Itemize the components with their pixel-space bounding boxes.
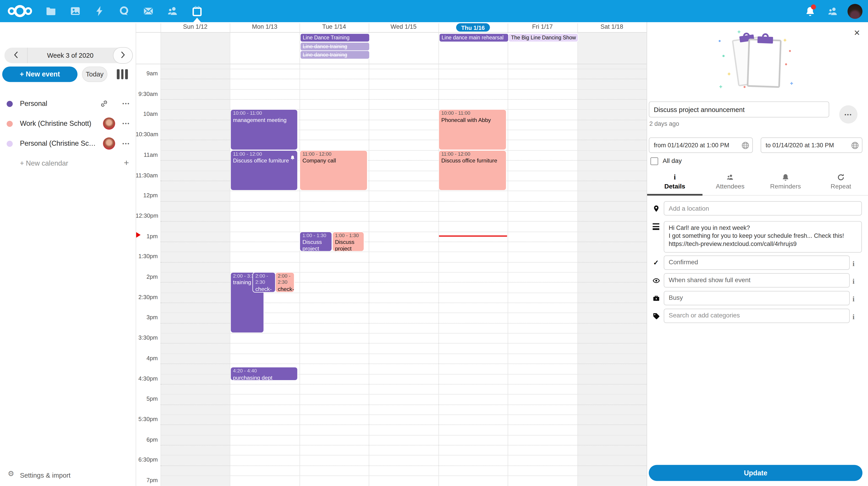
photos-app-icon[interactable]	[63, 0, 88, 22]
end-date-input[interactable]	[761, 137, 863, 153]
day-header[interactable]: Tue 1/14	[300, 23, 369, 32]
day-header[interactable]: Sun 1/12	[160, 23, 230, 32]
calendar-event[interactable]: 1:00 - 1:30Discuss project announcement	[300, 232, 332, 251]
new-calendar-button[interactable]: + New calendar+	[0, 153, 135, 173]
calendar-menu-icon[interactable]: •••	[122, 134, 130, 153]
info-icon[interactable]: i	[852, 294, 855, 304]
day-header[interactable]: Fri 1/17	[508, 23, 577, 32]
all-day-checkbox[interactable]	[651, 158, 658, 165]
settings-import[interactable]: ⚙ Settings & import	[0, 469, 135, 482]
contacts-menu-icon[interactable]	[825, 3, 840, 19]
calendar-event[interactable]: 2:00 - 2:30check-in	[276, 273, 294, 292]
files-app-icon[interactable]	[39, 0, 63, 22]
quarter-slot-line	[160, 79, 647, 79]
close-icon[interactable]: ✕	[852, 28, 862, 37]
day-header[interactable]: Sat 1/18	[577, 23, 647, 32]
column-divider	[369, 23, 369, 486]
week-label[interactable]: Week 3 of 2020	[28, 48, 113, 63]
share-link-icon[interactable]	[100, 100, 108, 108]
tab-label: Reminders	[758, 183, 813, 190]
slot-line	[160, 231, 647, 232]
user-avatar[interactable]	[847, 4, 862, 19]
event-title: Discuss project announcement	[303, 239, 329, 251]
update-button[interactable]: Update	[649, 465, 862, 481]
day-header[interactable]: Wed 1/15	[369, 23, 438, 32]
today-button[interactable]: Today	[82, 66, 107, 82]
calendar-app-icon[interactable]	[185, 0, 209, 22]
calendar-event[interactable]: 11:00 - 12:00Discuss office furniture	[231, 151, 298, 190]
mail-app-icon[interactable]	[136, 0, 160, 22]
calendar-event[interactable]: 10:00 - 11:00management meeting	[231, 110, 298, 149]
week-view-columns-icon[interactable]	[117, 69, 129, 79]
time-axis-label: 11:30am	[135, 172, 158, 178]
calendar-event[interactable]: 2:00 - 2:30check-in	[253, 273, 275, 292]
briefcase-icon	[652, 294, 660, 302]
calendar-list-item[interactable]: Personal (Christine Schott)•••	[0, 134, 135, 153]
previous-week-button[interactable]	[4, 48, 28, 63]
calendar-menu-icon[interactable]: •••	[122, 94, 130, 114]
calendar-event[interactable]: 4:20 - 4:40purchasing dept	[231, 367, 298, 380]
calendar-list-item[interactable]: Work (Christine Schott)•••	[0, 114, 135, 134]
next-week-button[interactable]	[113, 47, 133, 64]
talk-app-icon[interactable]	[112, 0, 136, 22]
timezone-globe-icon[interactable]	[741, 141, 749, 149]
tab-repeat[interactable]: Repeat	[813, 171, 868, 195]
quarter-slot-line	[160, 201, 647, 201]
column-divider	[438, 23, 439, 486]
calendar-event[interactable]: 11:00 - 12:00Company call	[300, 151, 367, 190]
day-header[interactable]: Mon 1/13	[230, 23, 299, 32]
timezone-globe-icon[interactable]	[851, 141, 859, 149]
notifications-bell-icon[interactable]	[802, 3, 818, 19]
tab-attendees[interactable]: Attendees	[703, 171, 758, 195]
description-textarea[interactable]: Hi Carl! are you in next week? I got som…	[664, 221, 862, 253]
location-input[interactable]	[664, 201, 862, 216]
today-pill[interactable]: Thu 1/16	[456, 23, 490, 32]
tag-select[interactable]: Search or add categories	[664, 309, 850, 323]
all-day-event[interactable]: Line dance main rehearsal	[439, 34, 508, 41]
calendar-event[interactable]: 1:00 - 1:30Discuss project	[333, 232, 364, 251]
start-date-input[interactable]	[649, 137, 753, 153]
all-day-event[interactable]: Line dance training	[301, 42, 369, 50]
day-header[interactable]: Thu 1/16	[438, 23, 508, 32]
event-title: Phonecall with Abby	[441, 117, 503, 123]
quarter-slot-line	[160, 241, 647, 242]
weekend-shading	[578, 32, 647, 486]
description-lines-icon	[652, 223, 660, 231]
check-icon: ✓	[652, 259, 660, 266]
event-title-input[interactable]	[649, 102, 829, 117]
contacts-app-icon[interactable]	[160, 0, 185, 22]
time-axis-label: 7pm	[135, 477, 158, 483]
all-day-event[interactable]: Line Dance Training	[301, 34, 369, 41]
slot-line	[160, 191, 647, 191]
calendar-list-item[interactable]: Personal•••	[0, 94, 135, 114]
info-icon: i	[647, 173, 703, 181]
info-icon[interactable]: i	[852, 258, 855, 268]
briefcase-select[interactable]: Busy	[664, 291, 850, 306]
event-time: 4:20 - 4:40	[233, 368, 295, 374]
event-title: management meeting	[233, 117, 295, 123]
quarter-slot-line	[160, 384, 647, 384]
shared-by-avatar	[103, 117, 115, 130]
info-icon[interactable]: i	[852, 311, 855, 321]
activity-app-icon[interactable]	[88, 0, 112, 22]
time-axis-label: 3pm	[135, 314, 158, 320]
event-title: purchasing dept	[233, 374, 295, 380]
tab-details[interactable]: iDetails	[647, 171, 703, 195]
all-day-event[interactable]: Line dance training	[301, 51, 369, 59]
eye-select[interactable]: When shared show full event	[664, 273, 850, 288]
new-event-button[interactable]: + New event	[2, 66, 78, 82]
quarter-slot-line	[160, 364, 647, 364]
tab-reminders[interactable]: Reminders	[758, 171, 813, 195]
slot-line	[160, 353, 647, 354]
info-icon[interactable]: i	[852, 276, 855, 286]
calendar-menu-icon[interactable]: •••	[122, 114, 130, 134]
check-select[interactable]: Confirmed	[664, 255, 850, 270]
all-day-event[interactable]: The Big Line Dancing Show	[509, 34, 578, 41]
clipboard-illustration	[714, 30, 802, 92]
calendar-event[interactable]: 10:00 - 11:00Phonecall with Abby	[439, 110, 506, 149]
event-actions-menu-icon[interactable]: •••	[839, 105, 858, 123]
time-axis-label: 1:30pm	[135, 253, 158, 259]
calendar-event[interactable]: 11:00 - 12:00Discuss office furniture	[439, 151, 506, 190]
nextcloud-logo-icon[interactable]	[6, 4, 33, 18]
tab-label: Details	[647, 183, 703, 190]
